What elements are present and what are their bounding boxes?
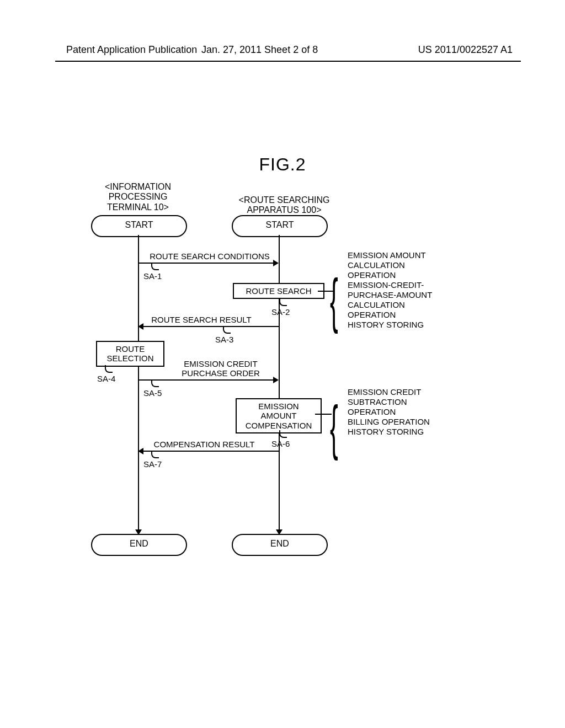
header-pub-number: US 2011/0022527 A1 <box>418 44 513 56</box>
step-id-sa3: SA-3 <box>215 335 233 344</box>
arrow-sa5 <box>139 379 278 381</box>
tick-sa6 <box>279 430 287 438</box>
lifeline-terminal <box>138 235 139 534</box>
lifeline-apparatus <box>279 235 280 534</box>
label-sa1: ROUTE SEARCH CONDITIONS <box>143 251 276 261</box>
patent-page: Patent Application Publication Jan. 27, … <box>0 0 565 728</box>
header-publication: Patent Application Publication <box>66 44 197 56</box>
tick-sa7 <box>151 451 159 458</box>
header-divider <box>55 61 521 62</box>
column-title-terminal: <INFORMATION PROCESSING TERMINAL 10> <box>88 182 188 212</box>
flowchart: <INFORMATION PROCESSING TERMINAL 10> <RO… <box>83 182 508 568</box>
terminal-start-right: START <box>232 215 328 237</box>
column-title-apparatus: <ROUTE SEARCHING APPARATUS 100> <box>229 195 339 216</box>
step-id-sa5: SA-5 <box>143 388 162 398</box>
label-sa7: COMPENSATION RESULT <box>143 440 265 449</box>
tick-sa5 <box>151 379 159 387</box>
arrow-sa1 <box>139 263 278 264</box>
brace-lower-icon: { <box>330 403 338 451</box>
label-sa5: EMISSION CREDIT PURCHASE ORDER <box>166 359 276 378</box>
box-route-search: ROUTE SEARCH <box>233 283 324 299</box>
arrowhead-down-right <box>276 529 282 535</box>
step-id-sa1: SA-1 <box>143 271 162 281</box>
header-date-sheet: Jan. 27, 2011 Sheet 2 of 8 <box>201 44 318 56</box>
step-id-sa2: SA-2 <box>271 307 290 317</box>
terminal-start-left: START <box>91 215 187 237</box>
brace-upper-icon: { <box>330 276 338 324</box>
arrow-sa7 <box>139 451 279 452</box>
box-route-selection: ROUTE SELECTION <box>96 341 164 367</box>
tick-sa4 <box>105 365 113 373</box>
terminal-end-left: END <box>91 534 187 556</box>
step-id-sa7: SA-7 <box>143 459 162 469</box>
terminal-end-right: END <box>232 534 328 556</box>
tick-sa3 <box>223 326 231 334</box>
side-note-lower: EMISSION CREDIT SUBTRACTION OPERATION BI… <box>348 387 430 437</box>
tick-sa1 <box>151 263 159 270</box>
step-id-sa6: SA-6 <box>271 439 290 448</box>
arrowhead-down-left <box>135 529 142 535</box>
connector-sa6-brace <box>315 414 332 415</box>
box-emission-compensation: EMISSION AMOUNT COMPENSATION <box>236 398 322 433</box>
tick-sa2 <box>279 298 287 306</box>
side-note-upper: EMISSION AMOUNT CALCULATION OPERATION EM… <box>348 250 432 330</box>
figure-title: FIG.2 <box>0 154 565 175</box>
arrow-sa3 <box>139 326 279 327</box>
step-id-sa4: SA-4 <box>97 374 115 383</box>
label-sa3: ROUTE SEARCH RESULT <box>141 315 262 324</box>
